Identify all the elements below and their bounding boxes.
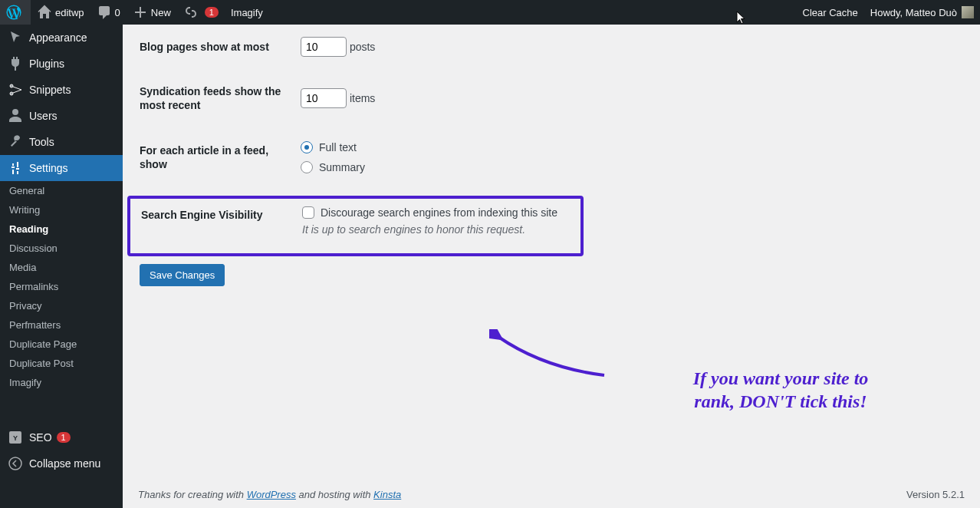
annotation-line1: If you want your site to bbox=[604, 367, 957, 390]
comments-button[interactable]: 0 bbox=[90, 0, 127, 25]
feed-full-text-label: Full text bbox=[319, 141, 357, 153]
sidebar-sub-media[interactable]: Media bbox=[0, 258, 123, 277]
blog-pages-label: Blog pages show at most bbox=[140, 25, 293, 69]
visibility-label: Search Engine Visibility bbox=[141, 202, 294, 247]
footer: Thanks for creating with WordPress and h… bbox=[123, 481, 980, 508]
account-button[interactable]: Howdy, Matteo Duò bbox=[864, 0, 980, 25]
new-label: New bbox=[151, 7, 171, 18]
broken-link-icon bbox=[183, 5, 199, 20]
sidebar-item-label: Snippets bbox=[29, 84, 71, 96]
plugins-icon bbox=[8, 56, 23, 71]
sidebar-sub-writing[interactable]: Writing bbox=[0, 200, 123, 219]
feed-summary-label: Summary bbox=[319, 161, 365, 173]
svg-point-4 bbox=[9, 457, 21, 470]
wordpress-icon bbox=[6, 5, 21, 20]
content-area: Blog pages show at most posts Syndicatio… bbox=[123, 25, 980, 508]
sidebar-sub-discussion[interactable]: Discussion bbox=[0, 239, 123, 258]
blog-pages-input[interactable] bbox=[301, 37, 347, 57]
wp-logo-button[interactable] bbox=[0, 0, 31, 25]
collapse-icon bbox=[8, 456, 23, 471]
visibility-description: It is up to search engines to honor this… bbox=[302, 223, 571, 236]
appearance-icon bbox=[8, 30, 23, 45]
admin-bar: editwp 0 New 1 Imagify Clear Cache Howdy… bbox=[0, 0, 980, 25]
collapse-label: Collapse menu bbox=[29, 457, 100, 470]
tools-icon bbox=[8, 134, 23, 150]
sidebar-item-plugins[interactable]: Plugins bbox=[0, 51, 123, 77]
clear-cache-button[interactable]: Clear Cache bbox=[797, 0, 864, 25]
comment-icon bbox=[97, 5, 112, 20]
sidebar-sub-privacy[interactable]: Privacy bbox=[0, 296, 123, 315]
comments-count: 0 bbox=[115, 7, 120, 18]
feed-show-label: For each article in a feed, show bbox=[140, 128, 293, 193]
sidebar-item-label: Settings bbox=[29, 162, 68, 174]
sidebar-item-settings[interactable]: Settings bbox=[0, 155, 123, 181]
footer-pre: Thanks for creating with bbox=[138, 489, 247, 500]
save-button[interactable]: Save Changes bbox=[140, 264, 225, 286]
sidebar-sub-duplicate-post[interactable]: Duplicate Post bbox=[0, 354, 123, 373]
collapse-menu-button[interactable]: Collapse menu bbox=[0, 450, 123, 477]
sidebar-item-label: Tools bbox=[29, 136, 54, 148]
sidebar-item-appearance[interactable]: Appearance bbox=[0, 25, 123, 51]
sidebar-sub-general[interactable]: General bbox=[0, 181, 123, 200]
admin-menu: Appearance Plugins Snippets Users Tools … bbox=[0, 25, 123, 508]
feed-summary-radio[interactable] bbox=[301, 161, 313, 173]
sidebar-item-label: Plugins bbox=[29, 58, 64, 70]
sidebar-sub-imagify[interactable]: Imagify bbox=[0, 373, 123, 392]
site-name-text: editwp bbox=[55, 7, 84, 18]
sidebar-item-label: SEO bbox=[29, 431, 52, 444]
sidebar-item-tools[interactable]: Tools bbox=[0, 129, 123, 155]
updates-button[interactable]: 1 bbox=[177, 0, 225, 25]
updates-badge: 1 bbox=[205, 7, 219, 18]
avatar bbox=[962, 6, 974, 18]
plus-icon bbox=[133, 5, 148, 20]
arrow-icon bbox=[489, 329, 612, 391]
syndication-unit: items bbox=[350, 92, 375, 104]
sidebar-item-label: Users bbox=[29, 110, 58, 122]
new-content-button[interactable]: New bbox=[127, 0, 177, 25]
seo-count-badge: 1 bbox=[57, 432, 71, 443]
syndication-input[interactable] bbox=[301, 88, 347, 108]
sidebar-item-seo[interactable]: Y SEO 1 bbox=[0, 424, 123, 450]
seo-icon: Y bbox=[8, 430, 23, 445]
blog-pages-unit: posts bbox=[350, 41, 375, 53]
annotation-line2: rank, DON'T tick this! bbox=[604, 390, 957, 413]
settings-icon bbox=[8, 160, 23, 176]
users-icon bbox=[8, 108, 23, 124]
clear-cache-label: Clear Cache bbox=[803, 7, 858, 18]
settings-form: Blog pages show at most posts Syndicatio… bbox=[140, 25, 965, 193]
greeting-text: Howdy, Matteo Duò bbox=[870, 7, 957, 18]
syndication-label: Syndication feeds show the most recent bbox=[140, 69, 293, 127]
site-name-button[interactable]: editwp bbox=[31, 0, 90, 25]
version-text: Version 5.2.1 bbox=[906, 489, 965, 500]
feed-full-text-radio[interactable] bbox=[301, 141, 313, 153]
wordpress-link[interactable]: WordPress bbox=[247, 489, 296, 500]
kinsta-link[interactable]: Kinsta bbox=[373, 489, 401, 500]
imagify-label: Imagify bbox=[231, 7, 263, 18]
discourage-search-label: Discourage search engines from indexing … bbox=[321, 206, 557, 219]
home-icon bbox=[37, 5, 52, 20]
sidebar-item-label: Appearance bbox=[29, 31, 87, 44]
discourage-search-checkbox[interactable] bbox=[302, 206, 314, 219]
sidebar-sub-duplicate-page[interactable]: Duplicate Page bbox=[0, 335, 123, 354]
snippets-icon bbox=[8, 82, 23, 97]
imagify-button[interactable]: Imagify bbox=[225, 0, 269, 25]
sidebar-item-snippets[interactable]: Snippets bbox=[0, 77, 123, 103]
visibility-highlight-box: Search Engine Visibility Discourage sear… bbox=[127, 196, 584, 256]
svg-text:Y: Y bbox=[13, 434, 18, 442]
footer-mid: and hosting with bbox=[296, 489, 373, 500]
sidebar-sub-permalinks[interactable]: Permalinks bbox=[0, 277, 123, 296]
sidebar-sub-perfmatters[interactable]: Perfmatters bbox=[0, 315, 123, 335]
sidebar-sub-reading[interactable]: Reading bbox=[0, 219, 123, 239]
sidebar-item-users[interactable]: Users bbox=[0, 103, 123, 129]
